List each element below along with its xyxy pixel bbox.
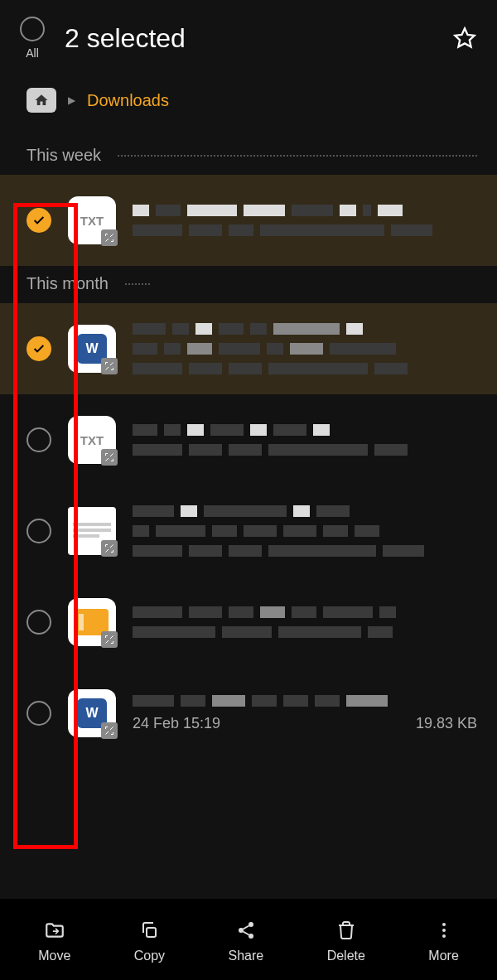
file-row[interactable]: W: [0, 303, 497, 394]
bottom-toolbar: Move Copy Share Delete More: [0, 899, 497, 980]
row-checkbox[interactable]: [27, 610, 51, 635]
file-info: [133, 323, 477, 374]
txt-icon: TXT: [80, 433, 104, 447]
more-button[interactable]: More: [428, 919, 458, 963]
svg-marker-0: [455, 28, 474, 46]
file-row[interactable]: W 24 Feb 15:19 19.83 KB: [0, 668, 497, 759]
section-label: This month: [27, 274, 109, 293]
chevron-right-icon: ▶: [68, 94, 75, 106]
copy-button[interactable]: Copy: [134, 919, 165, 963]
select-all-checkbox[interactable]: [20, 17, 45, 41]
section-divider: [118, 155, 477, 157]
move-button[interactable]: Move: [38, 919, 70, 963]
favorite-button[interactable]: [452, 26, 477, 51]
more-icon: [432, 919, 456, 942]
section-header-this-week: This week: [0, 138, 497, 175]
file-list[interactable]: This week TXT This month W: [0, 138, 497, 966]
file-thumbnail-word: W: [68, 325, 116, 373]
select-all-label: All: [26, 46, 39, 60]
file-info: [133, 205, 477, 236]
row-checkbox[interactable]: [27, 427, 51, 452]
svg-point-2: [248, 922, 253, 927]
delete-button[interactable]: Delete: [327, 919, 365, 963]
section-divider: [125, 283, 150, 285]
expand-icon: [101, 540, 118, 557]
file-info: [133, 606, 477, 638]
header-left: All 2 selected: [20, 17, 186, 60]
expand-icon: [101, 229, 118, 246]
expand-icon: [101, 631, 118, 648]
row-checkbox[interactable]: [27, 208, 51, 233]
trash-icon: [335, 919, 358, 942]
copy-icon: [138, 919, 161, 942]
txt-icon: TXT: [80, 214, 104, 228]
svg-point-5: [442, 923, 446, 926]
share-icon: [234, 919, 258, 942]
svg-point-6: [442, 929, 446, 932]
move-icon: [43, 919, 66, 942]
file-thumbnail-archive: [68, 598, 116, 646]
breadcrumb-current[interactable]: Downloads: [87, 91, 169, 110]
selection-header: All 2 selected: [0, 0, 497, 66]
file-size: 19.83 KB: [416, 715, 477, 732]
file-row[interactable]: [0, 485, 497, 577]
section-header-this-month: This month: [0, 266, 497, 303]
row-checkbox[interactable]: [27, 519, 51, 543]
file-info: [133, 505, 477, 557]
file-info: 24 Feb 15:19 19.83 KB: [133, 695, 477, 732]
svg-point-7: [442, 934, 446, 938]
row-checkbox[interactable]: [27, 336, 51, 361]
file-thumbnail-txt: TXT: [68, 416, 116, 464]
svg-point-4: [248, 934, 253, 939]
breadcrumb-home[interactable]: [27, 88, 56, 113]
file-thumbnail-txt: TXT: [68, 196, 116, 244]
home-icon: [34, 93, 49, 108]
share-button[interactable]: Share: [229, 919, 264, 963]
svg-point-3: [239, 928, 244, 933]
star-icon: [453, 27, 476, 50]
select-all-group[interactable]: All: [20, 17, 45, 60]
section-label: This week: [27, 146, 101, 165]
expand-icon: [101, 358, 118, 374]
breadcrumb: ▶ Downloads: [0, 66, 497, 138]
file-row[interactable]: TXT: [0, 394, 497, 485]
file-info: [133, 424, 477, 456]
file-thumbnail-word: W: [68, 689, 116, 737]
expand-icon: [101, 722, 118, 739]
expand-icon: [101, 449, 118, 466]
file-row[interactable]: [0, 577, 497, 668]
file-thumbnail-document: [68, 507, 116, 555]
row-checkbox[interactable]: [27, 701, 51, 726]
page-title: 2 selected: [65, 23, 186, 54]
file-date: 24 Feb 15:19: [133, 715, 220, 732]
file-row[interactable]: TXT: [0, 175, 497, 266]
svg-rect-1: [147, 928, 156, 937]
